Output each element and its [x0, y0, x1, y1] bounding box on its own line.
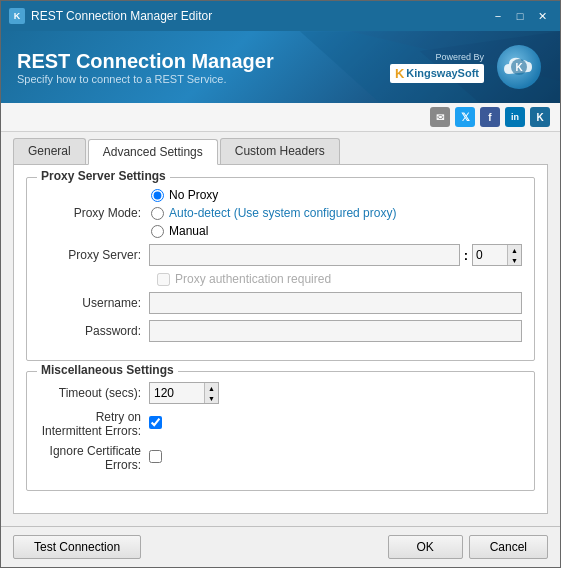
auto-detect-option[interactable]: Auto-detect (Use system configured proxy… — [151, 206, 522, 220]
misc-section: Miscellaneous Settings Timeout (secs): 1… — [26, 371, 535, 491]
minimize-button[interactable]: − — [488, 7, 508, 25]
proxy-section-title: Proxy Server Settings — [37, 169, 170, 183]
twitter-social-icon[interactable]: 𝕏 — [455, 107, 475, 127]
proxy-server-section: Proxy Server Settings Proxy Mode: No Pro… — [26, 177, 535, 361]
port-spinner: ▲ ▼ — [507, 245, 521, 265]
test-connection-button[interactable]: Test Connection — [13, 535, 141, 559]
ignore-cert-row: Ignore Certificate Errors: — [39, 444, 522, 472]
facebook-social-icon[interactable]: f — [480, 107, 500, 127]
ok-button[interactable]: OK — [388, 535, 463, 559]
password-field-wrap — [149, 320, 522, 342]
banner-subtitle: Specify how to connect to a REST Service… — [17, 73, 274, 85]
proxy-auth-label: Proxy authentication required — [175, 272, 331, 286]
timeout-spin-up[interactable]: ▲ — [205, 383, 218, 393]
settings-panel: Proxy Server Settings Proxy Mode: No Pro… — [13, 164, 548, 514]
username-field-wrap — [149, 292, 522, 314]
timeout-row: Timeout (secs): 120 ▲ ▼ — [39, 382, 522, 404]
port-spin-up[interactable]: ▲ — [508, 245, 521, 255]
timeout-label: Timeout (secs): — [39, 386, 149, 400]
brand-logo-icon: K — [494, 42, 544, 92]
tab-custom-headers[interactable]: Custom Headers — [220, 138, 340, 164]
proxy-mode-label: Proxy Mode: — [39, 206, 149, 220]
username-input[interactable] — [149, 292, 522, 314]
header-banner: REST Connection Manager Specify how to c… — [1, 31, 560, 103]
colon-separator: : — [464, 248, 468, 263]
password-label: Password: — [39, 324, 149, 338]
no-proxy-radio[interactable] — [151, 189, 164, 202]
banner-left: REST Connection Manager Specify how to c… — [17, 50, 274, 85]
window-title: REST Connection Manager Editor — [31, 9, 212, 23]
close-button[interactable]: ✕ — [532, 7, 552, 25]
timeout-input[interactable]: 120 — [150, 383, 204, 403]
tab-bar: General Advanced Settings Custom Headers — [13, 138, 548, 164]
banner-title: REST Connection Manager — [17, 50, 274, 73]
kingsway-social-icon[interactable]: K — [530, 107, 550, 127]
banner-right: Powered By K KingswaySoft — [390, 42, 544, 92]
powered-by: Powered By K KingswaySoft — [390, 52, 484, 83]
ignore-cert-checkbox[interactable] — [149, 450, 162, 463]
port-input-wrap: 0 ▲ ▼ — [472, 244, 522, 266]
social-bar: ✉ 𝕏 f in K — [1, 103, 560, 132]
proxy-host-input[interactable] — [149, 244, 460, 266]
retry-checkbox[interactable] — [149, 416, 162, 429]
app-icon: K — [9, 8, 25, 24]
port-spin-down[interactable]: ▼ — [508, 255, 521, 265]
port-input[interactable]: 0 — [473, 245, 507, 265]
manual-proxy-label: Manual — [169, 224, 208, 238]
password-row: Password: — [39, 320, 522, 342]
auto-detect-radio[interactable] — [151, 207, 164, 220]
no-proxy-label: No Proxy — [169, 188, 218, 202]
window-controls: − □ ✕ — [488, 7, 552, 25]
content-area: General Advanced Settings Custom Headers… — [1, 132, 560, 526]
timeout-input-wrap: 120 ▲ ▼ — [149, 382, 522, 404]
powered-by-text: Powered By — [390, 52, 484, 62]
timeout-spin-down[interactable]: ▼ — [205, 393, 218, 403]
brand-name: KingswaySoft — [406, 67, 479, 79]
manual-proxy-option[interactable]: Manual — [151, 224, 522, 238]
tab-general[interactable]: General — [13, 138, 86, 164]
manual-proxy-radio[interactable] — [151, 225, 164, 238]
tab-advanced-settings[interactable]: Advanced Settings — [88, 139, 218, 165]
footer-right: OK Cancel — [388, 535, 548, 559]
proxy-auth-checkbox[interactable] — [157, 273, 170, 286]
footer: Test Connection OK Cancel — [1, 526, 560, 567]
ignore-cert-checkbox-wrap — [149, 450, 522, 466]
cancel-button[interactable]: Cancel — [469, 535, 548, 559]
password-input[interactable] — [149, 320, 522, 342]
no-proxy-option[interactable]: No Proxy — [151, 188, 522, 202]
proxy-mode-options: No Proxy Auto-detect (Use system configu… — [151, 188, 522, 238]
timeout-spinner: ▲ ▼ — [204, 383, 218, 403]
maximize-button[interactable]: □ — [510, 7, 530, 25]
retry-row: Retry on Intermittent Errors: — [39, 410, 522, 438]
misc-section-title: Miscellaneous Settings — [37, 363, 178, 377]
ignore-cert-label: Ignore Certificate Errors: — [39, 444, 149, 472]
proxy-mode-row: Proxy Mode: No Proxy Auto-detect (Use sy… — [39, 188, 522, 238]
proxy-server-row: Proxy Server: : 0 ▲ ▼ — [39, 244, 522, 266]
retry-label: Retry on Intermittent Errors: — [39, 410, 149, 438]
username-row: Username: — [39, 292, 522, 314]
auto-detect-label: Auto-detect (Use system configured proxy… — [169, 206, 396, 220]
proxy-auth-checkbox-row[interactable]: Proxy authentication required — [157, 272, 522, 286]
retry-checkbox-wrap — [149, 416, 522, 432]
email-social-icon[interactable]: ✉ — [430, 107, 450, 127]
title-bar: K REST Connection Manager Editor − □ ✕ — [1, 1, 560, 31]
timeout-spinner-wrap: 120 ▲ ▼ — [149, 382, 219, 404]
proxy-server-inputs: : 0 ▲ ▼ — [149, 244, 522, 266]
proxy-auth-row: Proxy authentication required — [157, 272, 522, 286]
proxy-server-label: Proxy Server: — [39, 248, 149, 262]
svg-text:K: K — [515, 62, 523, 73]
username-label: Username: — [39, 296, 149, 310]
linkedin-social-icon[interactable]: in — [505, 107, 525, 127]
